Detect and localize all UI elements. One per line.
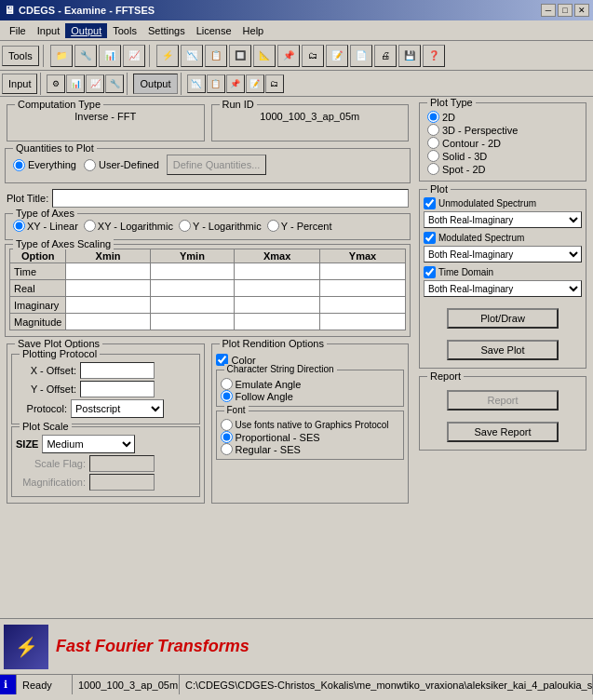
y-log-option[interactable]: Y - Logarithmic xyxy=(179,220,262,232)
plot-spot-option[interactable]: Spot - 2D xyxy=(427,163,578,175)
y-log-radio[interactable] xyxy=(179,220,191,232)
plot-2d-radio[interactable] xyxy=(427,111,439,123)
native-fonts-radio[interactable] xyxy=(221,419,233,431)
tb-btn-6[interactable]: 📉 xyxy=(181,45,203,67)
plot-draw-button[interactable]: Plot/Draw xyxy=(447,308,559,329)
user-defined-option[interactable]: User-Defined xyxy=(84,159,159,171)
tb2-btn-5[interactable]: 📉 xyxy=(187,74,206,93)
tb-btn-8[interactable]: 🔲 xyxy=(229,45,251,67)
everything-option[interactable]: Everything xyxy=(13,159,76,171)
plot-contour-radio[interactable] xyxy=(427,137,439,149)
menu-input[interactable]: Input xyxy=(32,23,65,38)
emulate-angle-radio[interactable] xyxy=(221,378,233,390)
follow-angle-option[interactable]: Follow Angle xyxy=(221,390,400,402)
real-xmin-input[interactable] xyxy=(70,281,145,295)
xy-log-option[interactable]: XY - Logarithmic xyxy=(84,220,173,232)
time-domain-checkbox[interactable] xyxy=(424,266,436,278)
menu-tools[interactable]: Tools xyxy=(107,23,142,38)
tb-btn-5[interactable]: ⚡ xyxy=(156,45,179,67)
tb-btn-12[interactable]: 📝 xyxy=(326,45,348,67)
mag-xmin-input[interactable] xyxy=(70,315,145,329)
plot-3d-perspective-option[interactable]: 3D - Perspective xyxy=(427,124,578,136)
save-report-button[interactable]: Save Report xyxy=(447,422,559,442)
tb2-btn-3[interactable]: 📈 xyxy=(86,74,104,93)
tb-btn-2[interactable]: 🔧 xyxy=(74,45,97,67)
time-domain-select[interactable]: Both Real-Imaginary Real only Imaginary … xyxy=(424,280,582,297)
time-xmin-input[interactable] xyxy=(70,264,145,278)
user-defined-radio[interactable] xyxy=(84,159,96,171)
proportional-ses-option[interactable]: Proportional - SES xyxy=(221,431,400,443)
xy-linear-radio[interactable] xyxy=(13,220,25,232)
tb2-btn-2[interactable]: 📊 xyxy=(66,74,85,93)
output-tab-button[interactable]: Output xyxy=(133,74,177,94)
proportional-ses-radio[interactable] xyxy=(221,431,233,443)
tb2-btn-8[interactable]: 📝 xyxy=(246,74,264,93)
real-xmax-input[interactable] xyxy=(238,281,316,295)
tb2-btn-1[interactable]: ⚙ xyxy=(47,74,65,93)
tb-btn-13[interactable]: 📄 xyxy=(350,45,372,67)
tb2-btn-4[interactable]: 🔧 xyxy=(105,74,124,93)
mag-ymin-input[interactable] xyxy=(155,315,230,329)
tb-btn-14[interactable]: 🖨 xyxy=(374,45,397,67)
imag-ymin-input[interactable] xyxy=(155,298,230,312)
menu-license[interactable]: License xyxy=(191,23,237,38)
y-offset-input[interactable] xyxy=(80,381,155,397)
y-percent-option[interactable]: Y - Percent xyxy=(267,220,332,232)
plot-3d-perspective-radio[interactable] xyxy=(427,124,439,136)
everything-radio[interactable] xyxy=(13,159,25,171)
xy-log-radio[interactable] xyxy=(84,220,96,232)
x-offset-input[interactable] xyxy=(80,362,155,379)
tb-btn-10[interactable]: 📌 xyxy=(277,45,300,67)
tb2-btn-7[interactable]: 📌 xyxy=(226,74,245,93)
maximize-button[interactable]: □ xyxy=(558,4,573,17)
real-ymin-input[interactable] xyxy=(155,281,230,295)
close-button[interactable]: ✕ xyxy=(574,4,589,17)
real-ymax-input[interactable] xyxy=(324,281,401,295)
modulated-select[interactable]: Both Real-Imaginary Real only Imaginary … xyxy=(424,246,582,262)
report-button[interactable]: Report xyxy=(447,390,559,411)
unmodulated-checkbox[interactable] xyxy=(424,197,436,209)
unmodulated-select[interactable]: Both Real-Imaginary Real only Imaginary … xyxy=(424,211,582,228)
mag-ymax-input[interactable] xyxy=(324,315,401,329)
input-tab-button[interactable]: Input xyxy=(2,74,37,94)
imag-ymax-input[interactable] xyxy=(324,298,401,312)
define-quantities-button[interactable]: Define Quantities... xyxy=(167,155,267,175)
plot-contour-option[interactable]: Contour - 2D xyxy=(427,137,578,149)
tb-btn-15[interactable]: 💾 xyxy=(398,45,421,67)
plot-solid-option[interactable]: Solid - 3D xyxy=(427,150,578,162)
tools-button[interactable]: Tools xyxy=(2,46,39,66)
menu-output[interactable]: Output xyxy=(65,23,107,38)
native-fonts-option[interactable]: Use fonts native to Graphics Protocol xyxy=(221,419,400,431)
mag-xmax-input[interactable] xyxy=(238,315,316,329)
tb-btn-4[interactable]: 📈 xyxy=(123,45,145,67)
follow-angle-radio[interactable] xyxy=(221,390,233,402)
tb-btn-1[interactable]: 📁 xyxy=(50,45,73,67)
protocol-select[interactable]: Postscript HPGL PDF xyxy=(71,399,164,418)
size-select[interactable]: Small Medium Large xyxy=(42,435,135,453)
time-ymax-input[interactable] xyxy=(324,264,401,278)
time-ymin-input[interactable] xyxy=(155,264,230,278)
menu-settings[interactable]: Settings xyxy=(142,23,191,38)
tb-btn-7[interactable]: 📋 xyxy=(205,45,227,67)
regular-ses-radio[interactable] xyxy=(221,443,233,455)
plot-spot-radio[interactable] xyxy=(427,163,439,175)
tb-btn-9[interactable]: 📐 xyxy=(253,45,276,67)
time-xmax-input[interactable] xyxy=(238,264,316,278)
xy-linear-option[interactable]: XY - Linear xyxy=(13,220,78,232)
imag-xmin-input[interactable] xyxy=(70,298,145,312)
menu-file[interactable]: File xyxy=(4,23,32,38)
tb-btn-3[interactable]: 📊 xyxy=(99,45,121,67)
plot-title-input[interactable] xyxy=(52,189,409,208)
y-percent-radio[interactable] xyxy=(267,220,279,232)
tb2-btn-6[interactable]: 📋 xyxy=(207,74,225,93)
save-plot-button[interactable]: Save Plot xyxy=(447,340,559,360)
plot-2d-option[interactable]: 2D xyxy=(427,111,578,123)
imag-xmax-input[interactable] xyxy=(238,298,316,312)
emulate-angle-option[interactable]: Emulate Angle xyxy=(221,378,400,390)
tb2-btn-9[interactable]: 🗂 xyxy=(265,74,284,93)
minimize-button[interactable]: ─ xyxy=(541,4,556,17)
regular-ses-option[interactable]: Regular - SES xyxy=(221,443,400,455)
tb-btn-16[interactable]: ❓ xyxy=(423,45,445,67)
tb-btn-11[interactable]: 🗂 xyxy=(302,45,324,67)
modulated-checkbox[interactable] xyxy=(424,232,436,244)
